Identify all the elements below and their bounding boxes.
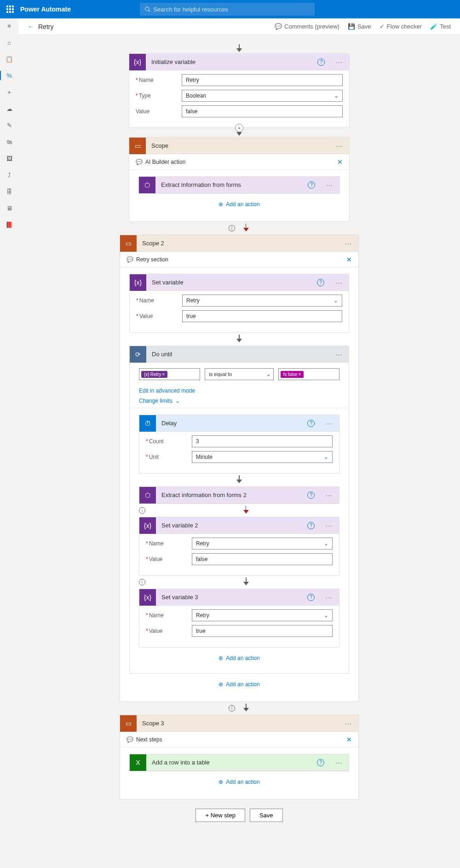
more-menu[interactable]: ··· (329, 351, 349, 358)
change-limits-link[interactable]: Change limits ⌄ (130, 396, 349, 406)
more-menu[interactable]: ··· (319, 522, 339, 529)
scope-card[interactable]: ▭ Scope ··· 💬 AI Builder action ✕ ⬡ Extr… (129, 137, 350, 222)
scope-2-card[interactable]: ▭ Scope 2 ··· 💬 Retry section ✕ {x} Set … (120, 235, 359, 702)
set-variable-3-card[interactable]: {x} Set variable 3 ? ··· NameRetry Value… (139, 589, 339, 648)
delay-card[interactable]: ⏱ Delay ? ··· Count3 UnitMinute (139, 415, 339, 474)
test-button[interactable]: 🧪 Test (430, 23, 451, 30)
footer-buttons: + New step Save (196, 809, 282, 822)
more-menu[interactable]: ··· (319, 492, 339, 499)
info-icon[interactable]: i (139, 579, 145, 585)
card-header[interactable]: ▭ Scope ··· (129, 138, 349, 154)
add-step-button[interactable]: + (235, 124, 243, 132)
condition-right[interactable]: fx false × (278, 368, 339, 380)
add-row-table-card[interactable]: X Add a row into a table ? ··· (129, 754, 349, 771)
name-select[interactable]: Retry (182, 295, 342, 307)
waffle-icon[interactable] (5, 4, 16, 15)
help-icon[interactable]: ? (307, 492, 315, 499)
more-menu[interactable]: ··· (339, 720, 358, 727)
close-icon[interactable]: ✕ (346, 736, 352, 743)
value-input[interactable]: true (182, 310, 342, 322)
help-icon[interactable]: ? (308, 181, 315, 189)
global-header: Power Automate (0, 0, 460, 18)
new-step-button[interactable]: + New step (196, 809, 245, 822)
card-header[interactable]: ▭ Scope 2 ··· (120, 235, 358, 252)
initialize-variable-card[interactable]: {x} Initialize variable ? ··· NameRetry … (129, 53, 350, 128)
set-variable-2-card[interactable]: {x} Set variable 2 ? ··· NameRetry Value… (139, 517, 339, 576)
info-icon[interactable]: i (229, 225, 235, 231)
info-icon[interactable]: i (139, 507, 145, 514)
more-menu[interactable]: ··· (319, 420, 339, 427)
more-menu[interactable]: ··· (329, 279, 349, 286)
monitor-icon[interactable]: 🖥 (5, 203, 14, 213)
search-input[interactable] (153, 6, 310, 13)
app-title: Power Automate (20, 6, 71, 13)
more-menu[interactable]: ··· (329, 58, 349, 66)
plus-icon[interactable]: + (5, 87, 14, 97)
edit-advanced-link[interactable]: Edit in advanced mode (130, 386, 349, 396)
svg-line-1 (149, 10, 150, 12)
do-until-card[interactable]: ⟳ Do until ··· {x} Retry × is equal to⌄ … (129, 346, 349, 674)
count-input[interactable]: 3 (192, 435, 333, 447)
flow-icon[interactable]: ⁰⁄₀ (0, 71, 14, 80)
add-action-button[interactable]: ⊕ Add an action (138, 194, 340, 215)
command-bar: ← Retry 💬 Comments (preview) 💾 Save ✓ Fl… (18, 18, 460, 35)
error-arrow-icon (242, 506, 250, 515)
info-icon[interactable]: i (229, 705, 235, 712)
help-icon[interactable]: ? (317, 279, 324, 286)
clipboard-icon[interactable]: 📋 (5, 54, 14, 64)
book-icon[interactable]: 📕 (5, 220, 14, 229)
extract-forms-2-card[interactable]: ⬡ Extract information from forms 2 ? ··· (139, 486, 339, 504)
scope-3-card[interactable]: ▭ Scope 3 ··· 💬 Next steps ✕ X Add a row… (120, 715, 359, 799)
close-icon[interactable]: ✕ (346, 256, 352, 263)
flow-checker-button[interactable]: ✓ Flow checker (380, 23, 422, 30)
excel-icon: X (130, 754, 146, 771)
name-select[interactable]: Retry (192, 538, 333, 550)
value-input[interactable]: false (182, 105, 343, 117)
add-action-button[interactable]: ⊕ Add an action (129, 771, 349, 793)
comments-button[interactable]: 💬 Comments (preview) (275, 23, 339, 30)
condition-operator[interactable]: is equal to⌄ (205, 368, 273, 380)
arrow-icon (236, 335, 243, 344)
type-select[interactable]: Boolean (182, 90, 343, 102)
add-action-button[interactable]: ⊕ Add an action (129, 674, 349, 695)
close-icon[interactable]: ✕ (337, 158, 343, 166)
arrow-icon (242, 578, 250, 587)
hamburger-icon[interactable]: ≡ (5, 21, 14, 30)
name-input[interactable]: Retry (182, 74, 343, 86)
help-icon[interactable]: ? (307, 420, 315, 427)
help-icon[interactable]: ? (307, 594, 315, 601)
value-input[interactable]: true (192, 625, 333, 637)
help-icon[interactable]: ? (317, 759, 324, 766)
share-icon[interactable]: ⤴ (5, 170, 14, 179)
cloud-icon[interactable]: ☁ (5, 104, 14, 113)
more-menu[interactable]: ··· (329, 142, 349, 150)
save-button-footer[interactable]: Save (250, 809, 283, 822)
comment-bar: 💬 Next steps ✕ (120, 732, 358, 747)
card-header[interactable]: {x} Initialize variable ? ··· (129, 54, 349, 70)
help-icon[interactable]: ? (317, 58, 325, 66)
home-icon[interactable]: ⌂ (5, 38, 14, 47)
help-icon[interactable]: ? (307, 522, 315, 529)
value-input[interactable]: false (192, 553, 333, 565)
more-menu[interactable]: ··· (329, 759, 349, 766)
extract-forms-card[interactable]: ⬡ Extract information from forms ? ··· (138, 176, 340, 194)
image-icon[interactable]: 🖼 (5, 154, 14, 163)
back-button[interactable]: ← (28, 23, 34, 30)
brush-icon[interactable]: ✎ (5, 121, 14, 130)
condition-left[interactable]: {x} Retry × (139, 368, 200, 380)
ai-icon: ⬡ (139, 487, 156, 503)
card-header[interactable]: ▭ Scope 3 ··· (120, 715, 358, 732)
save-button[interactable]: 💾 Save (348, 23, 371, 30)
search-box[interactable] (140, 3, 315, 16)
unit-select[interactable]: Minute (192, 451, 333, 463)
bag-icon[interactable]: 🛍 (5, 137, 14, 146)
add-action-button[interactable]: ⊕ Add an action (139, 648, 339, 669)
db-icon[interactable]: 🗄 (5, 187, 14, 196)
search-icon (144, 6, 150, 12)
more-menu[interactable]: ··· (319, 594, 339, 601)
set-variable-card[interactable]: {x} Set variable ? ··· NameRetry Valuetr… (129, 274, 349, 333)
more-menu[interactable]: ··· (339, 240, 358, 247)
scope-icon: ▭ (120, 715, 137, 732)
more-menu[interactable]: ··· (320, 181, 339, 189)
name-select[interactable]: Retry (192, 609, 333, 621)
